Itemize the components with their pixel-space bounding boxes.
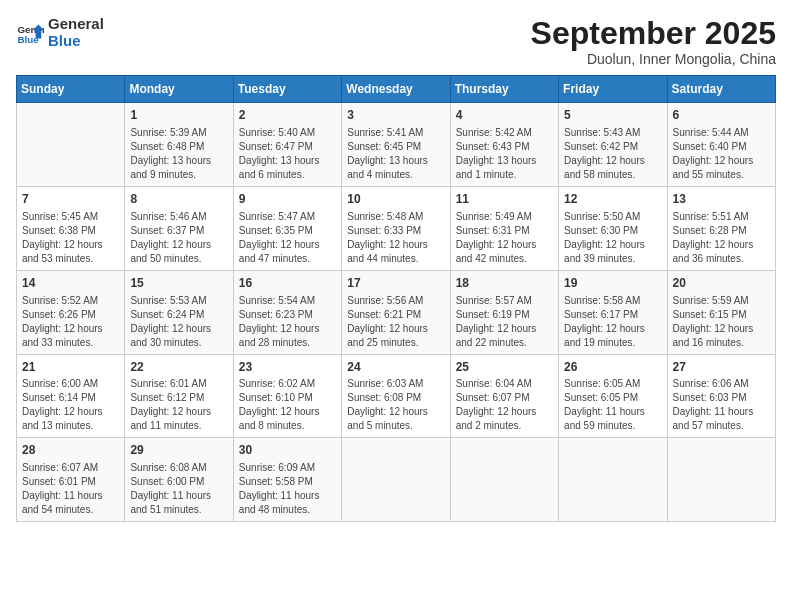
calendar-cell — [667, 438, 775, 522]
day-number: 27 — [673, 359, 770, 376]
day-number: 3 — [347, 107, 444, 124]
calendar-cell: 18Sunrise: 5:57 AM Sunset: 6:19 PM Dayli… — [450, 270, 558, 354]
calendar-cell: 2Sunrise: 5:40 AM Sunset: 6:47 PM Daylig… — [233, 103, 341, 187]
calendar-cell: 5Sunrise: 5:43 AM Sunset: 6:42 PM Daylig… — [559, 103, 667, 187]
calendar-week-row: 7Sunrise: 5:45 AM Sunset: 6:38 PM Daylig… — [17, 186, 776, 270]
day-info: Sunrise: 5:58 AM Sunset: 6:17 PM Dayligh… — [564, 294, 661, 350]
day-number: 24 — [347, 359, 444, 376]
day-info: Sunrise: 5:42 AM Sunset: 6:43 PM Dayligh… — [456, 126, 553, 182]
title-block: September 2025 Duolun, Inner Mongolia, C… — [531, 16, 776, 67]
day-info: Sunrise: 6:05 AM Sunset: 6:05 PM Dayligh… — [564, 377, 661, 433]
calendar-cell: 28Sunrise: 6:07 AM Sunset: 6:01 PM Dayli… — [17, 438, 125, 522]
calendar-week-row: 14Sunrise: 5:52 AM Sunset: 6:26 PM Dayli… — [17, 270, 776, 354]
calendar-cell: 17Sunrise: 5:56 AM Sunset: 6:21 PM Dayli… — [342, 270, 450, 354]
calendar-cell: 15Sunrise: 5:53 AM Sunset: 6:24 PM Dayli… — [125, 270, 233, 354]
logo-blue: Blue — [48, 33, 104, 50]
day-number: 4 — [456, 107, 553, 124]
calendar-cell: 13Sunrise: 5:51 AM Sunset: 6:28 PM Dayli… — [667, 186, 775, 270]
logo: General Blue General Blue — [16, 16, 104, 49]
day-number: 6 — [673, 107, 770, 124]
day-info: Sunrise: 5:47 AM Sunset: 6:35 PM Dayligh… — [239, 210, 336, 266]
day-info: Sunrise: 5:40 AM Sunset: 6:47 PM Dayligh… — [239, 126, 336, 182]
calendar-cell: 27Sunrise: 6:06 AM Sunset: 6:03 PM Dayli… — [667, 354, 775, 438]
day-number: 13 — [673, 191, 770, 208]
day-info: Sunrise: 5:54 AM Sunset: 6:23 PM Dayligh… — [239, 294, 336, 350]
calendar-cell: 30Sunrise: 6:09 AM Sunset: 5:58 PM Dayli… — [233, 438, 341, 522]
calendar-cell: 3Sunrise: 5:41 AM Sunset: 6:45 PM Daylig… — [342, 103, 450, 187]
day-number: 12 — [564, 191, 661, 208]
day-number: 29 — [130, 442, 227, 459]
column-header-tuesday: Tuesday — [233, 76, 341, 103]
calendar-cell: 8Sunrise: 5:46 AM Sunset: 6:37 PM Daylig… — [125, 186, 233, 270]
page-subtitle: Duolun, Inner Mongolia, China — [531, 51, 776, 67]
day-info: Sunrise: 5:45 AM Sunset: 6:38 PM Dayligh… — [22, 210, 119, 266]
calendar-week-row: 1Sunrise: 5:39 AM Sunset: 6:48 PM Daylig… — [17, 103, 776, 187]
day-info: Sunrise: 6:08 AM Sunset: 6:00 PM Dayligh… — [130, 461, 227, 517]
calendar-cell: 11Sunrise: 5:49 AM Sunset: 6:31 PM Dayli… — [450, 186, 558, 270]
day-number: 28 — [22, 442, 119, 459]
calendar-cell: 16Sunrise: 5:54 AM Sunset: 6:23 PM Dayli… — [233, 270, 341, 354]
day-number: 30 — [239, 442, 336, 459]
day-number: 11 — [456, 191, 553, 208]
day-number: 15 — [130, 275, 227, 292]
calendar-header-row: SundayMondayTuesdayWednesdayThursdayFrid… — [17, 76, 776, 103]
calendar-cell — [342, 438, 450, 522]
day-number: 2 — [239, 107, 336, 124]
calendar-cell: 25Sunrise: 6:04 AM Sunset: 6:07 PM Dayli… — [450, 354, 558, 438]
day-info: Sunrise: 5:56 AM Sunset: 6:21 PM Dayligh… — [347, 294, 444, 350]
calendar-cell — [450, 438, 558, 522]
day-number: 16 — [239, 275, 336, 292]
day-number: 26 — [564, 359, 661, 376]
calendar-week-row: 21Sunrise: 6:00 AM Sunset: 6:14 PM Dayli… — [17, 354, 776, 438]
day-info: Sunrise: 5:52 AM Sunset: 6:26 PM Dayligh… — [22, 294, 119, 350]
calendar-cell — [559, 438, 667, 522]
day-number: 17 — [347, 275, 444, 292]
calendar-table: SundayMondayTuesdayWednesdayThursdayFrid… — [16, 75, 776, 522]
calendar-cell: 22Sunrise: 6:01 AM Sunset: 6:12 PM Dayli… — [125, 354, 233, 438]
calendar-cell: 12Sunrise: 5:50 AM Sunset: 6:30 PM Dayli… — [559, 186, 667, 270]
calendar-cell: 6Sunrise: 5:44 AM Sunset: 6:40 PM Daylig… — [667, 103, 775, 187]
page-header: General Blue General Blue September 2025… — [16, 16, 776, 67]
day-number: 22 — [130, 359, 227, 376]
day-info: Sunrise: 5:44 AM Sunset: 6:40 PM Dayligh… — [673, 126, 770, 182]
calendar-week-row: 28Sunrise: 6:07 AM Sunset: 6:01 PM Dayli… — [17, 438, 776, 522]
day-info: Sunrise: 6:00 AM Sunset: 6:14 PM Dayligh… — [22, 377, 119, 433]
calendar-cell: 1Sunrise: 5:39 AM Sunset: 6:48 PM Daylig… — [125, 103, 233, 187]
day-number: 7 — [22, 191, 119, 208]
day-number: 9 — [239, 191, 336, 208]
logo-icon: General Blue — [16, 19, 44, 47]
day-info: Sunrise: 6:02 AM Sunset: 6:10 PM Dayligh… — [239, 377, 336, 433]
day-info: Sunrise: 5:39 AM Sunset: 6:48 PM Dayligh… — [130, 126, 227, 182]
column-header-thursday: Thursday — [450, 76, 558, 103]
day-number: 25 — [456, 359, 553, 376]
day-info: Sunrise: 6:04 AM Sunset: 6:07 PM Dayligh… — [456, 377, 553, 433]
calendar-cell: 26Sunrise: 6:05 AM Sunset: 6:05 PM Dayli… — [559, 354, 667, 438]
calendar-cell: 10Sunrise: 5:48 AM Sunset: 6:33 PM Dayli… — [342, 186, 450, 270]
day-info: Sunrise: 6:01 AM Sunset: 6:12 PM Dayligh… — [130, 377, 227, 433]
day-number: 19 — [564, 275, 661, 292]
calendar-cell: 4Sunrise: 5:42 AM Sunset: 6:43 PM Daylig… — [450, 103, 558, 187]
column-header-friday: Friday — [559, 76, 667, 103]
calendar-cell: 19Sunrise: 5:58 AM Sunset: 6:17 PM Dayli… — [559, 270, 667, 354]
day-info: Sunrise: 5:41 AM Sunset: 6:45 PM Dayligh… — [347, 126, 444, 182]
day-number: 14 — [22, 275, 119, 292]
day-info: Sunrise: 5:53 AM Sunset: 6:24 PM Dayligh… — [130, 294, 227, 350]
day-info: Sunrise: 5:48 AM Sunset: 6:33 PM Dayligh… — [347, 210, 444, 266]
column-header-sunday: Sunday — [17, 76, 125, 103]
calendar-cell: 20Sunrise: 5:59 AM Sunset: 6:15 PM Dayli… — [667, 270, 775, 354]
column-header-monday: Monday — [125, 76, 233, 103]
day-number: 5 — [564, 107, 661, 124]
day-info: Sunrise: 5:46 AM Sunset: 6:37 PM Dayligh… — [130, 210, 227, 266]
day-number: 1 — [130, 107, 227, 124]
calendar-cell: 9Sunrise: 5:47 AM Sunset: 6:35 PM Daylig… — [233, 186, 341, 270]
day-number: 20 — [673, 275, 770, 292]
column-header-saturday: Saturday — [667, 76, 775, 103]
column-header-wednesday: Wednesday — [342, 76, 450, 103]
calendar-cell: 14Sunrise: 5:52 AM Sunset: 6:26 PM Dayli… — [17, 270, 125, 354]
calendar-cell: 29Sunrise: 6:08 AM Sunset: 6:00 PM Dayli… — [125, 438, 233, 522]
calendar-cell: 23Sunrise: 6:02 AM Sunset: 6:10 PM Dayli… — [233, 354, 341, 438]
day-number: 21 — [22, 359, 119, 376]
day-info: Sunrise: 5:59 AM Sunset: 6:15 PM Dayligh… — [673, 294, 770, 350]
calendar-cell: 7Sunrise: 5:45 AM Sunset: 6:38 PM Daylig… — [17, 186, 125, 270]
calendar-cell — [17, 103, 125, 187]
